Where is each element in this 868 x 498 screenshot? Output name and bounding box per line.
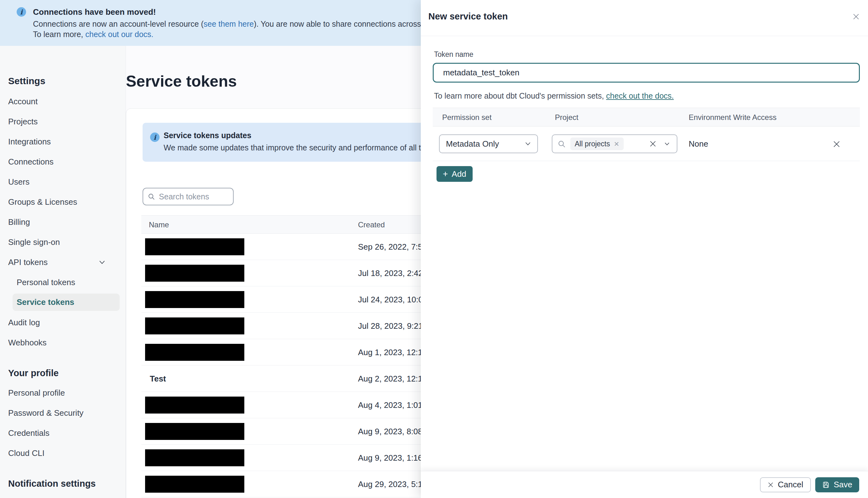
sidebar-item-audit-log[interactable]: Audit log [0, 312, 126, 332]
info-icon: i [17, 7, 26, 17]
permission-set-select[interactable]: Metadata Only [439, 134, 538, 153]
remove-row-icon[interactable] [831, 139, 842, 150]
sidebar-item-integrations[interactable]: Integrations [0, 132, 126, 152]
redacted-token-name [145, 265, 244, 281]
see-them-here-link[interactable]: see them here [203, 19, 254, 28]
banner-line1-pre: Connections are now an account-level res… [33, 19, 203, 28]
sidebar-item-label: Projects [8, 117, 38, 126]
sidebar-item-label: Credentials [8, 428, 50, 438]
sidebar-item-connections[interactable]: Connections [0, 152, 126, 172]
redacted-token-name [145, 396, 244, 414]
chip-remove-icon[interactable]: ✕ [614, 141, 619, 147]
sidebar-item-label: Single sign-on [8, 237, 60, 247]
sidebar-item-label: Cloud CLI [8, 448, 44, 458]
page-title: Service tokens [126, 72, 237, 90]
sidebar-item-users[interactable]: Users [0, 172, 126, 192]
save-icon [822, 481, 830, 488]
sidebar-item-personal-profile[interactable]: Personal profile [0, 383, 126, 403]
sidebar-item-service-tokens[interactable]: Service tokens [13, 293, 120, 311]
search-input[interactable] [159, 192, 228, 201]
plus-icon: + [443, 170, 448, 178]
sidebar-item-projects[interactable]: Projects [0, 112, 126, 132]
redacted-token-name [145, 476, 244, 493]
token-name-label: Token name [434, 50, 473, 59]
permissions-table-header: Permission set Project Environment Write… [433, 108, 860, 127]
search-tokens-box[interactable] [143, 188, 234, 205]
panel-footer: Cancel Save [421, 471, 868, 498]
sidebar-item-label: Billing [8, 217, 30, 227]
sidebar-item-label: Personal tokens [17, 278, 75, 287]
new-service-token-panel: New service token Token name To learn mo… [421, 0, 868, 498]
redacted-token-name [145, 238, 244, 255]
sidebar-item-credentials[interactable]: Credentials [0, 423, 126, 443]
sidebar-item-label: API tokens [8, 258, 48, 267]
save-button-label: Save [834, 480, 852, 489]
sidebar-item-label: Notification settings [8, 479, 96, 488]
panel-header: New service token [421, 0, 868, 36]
column-header-project: Project [555, 108, 578, 127]
docs-line-pre: To learn more about dbt Cloud's permissi… [434, 91, 606, 100]
column-header-created: Created [358, 216, 385, 234]
cancel-button-label: Cancel [778, 480, 803, 489]
combobox-chevron-down-icon[interactable] [660, 142, 672, 146]
close-icon[interactable] [849, 10, 863, 24]
sidebar-item-label: Account [8, 97, 38, 106]
redacted-token-name [145, 423, 244, 440]
sidebar-item-personal-tokens[interactable]: Personal tokens [0, 272, 126, 292]
environment-write-access-value: None [689, 127, 708, 161]
add-button-label: Add [451, 169, 466, 179]
close-icon [767, 482, 774, 488]
sidebar-item-cloud-cli[interactable]: Cloud CLI [0, 443, 126, 463]
chevron-down-icon [525, 142, 531, 146]
token-name-input[interactable] [433, 63, 860, 82]
sidebar-item-label: Integrations [8, 137, 51, 146]
sidebar-item-billing[interactable]: Billing [0, 212, 126, 232]
search-icon [148, 192, 155, 201]
token-name-cell: Test [150, 366, 166, 392]
sidebar-item-label: Personal profile [8, 388, 65, 397]
sidebar-item-webhooks[interactable]: Webhooks [0, 332, 126, 353]
panel-body: Token name To learn more about dbt Cloud… [433, 36, 860, 471]
redacted-token-name [145, 344, 244, 361]
project-combobox[interactable]: All projects ✕ [552, 134, 678, 153]
banner-text-line2: To learn more, check out our docs. [33, 30, 154, 39]
add-button[interactable]: + Add [436, 166, 473, 182]
sidebar-item-label: Webhooks [8, 338, 47, 347]
cancel-button[interactable]: Cancel [760, 477, 811, 492]
sidebar-item-label: Your profile [8, 368, 59, 378]
permission-set-value: Metadata Only [446, 139, 525, 149]
column-header-permission-set: Permission set [442, 108, 491, 127]
banner-title: Connections have been moved! [33, 7, 156, 17]
search-icon [557, 140, 566, 148]
sidebar-item-api-tokens[interactable]: API tokens [0, 252, 126, 272]
info-icon: i [150, 132, 159, 142]
banner-line2-pre: To learn more, [33, 30, 86, 39]
save-button[interactable]: Save [815, 477, 859, 492]
sidebar-item-label: Groups & Licenses [8, 197, 77, 207]
sidebar-item-single-sign-on[interactable]: Single sign-on [0, 232, 126, 252]
sidebar-item-label: Password & Security [8, 408, 83, 418]
sidebar-item-label: Connections [8, 157, 54, 167]
check-out-our-docs-link[interactable]: check out our docs. [86, 30, 154, 39]
permission-row: Metadata Only All projects ✕ None [433, 127, 860, 161]
page: { "banner": { "title": "Connections have… [0, 0, 868, 498]
sidebar-heading-notification-settings: Notification settings [0, 474, 126, 493]
sidebar-item-groups-licenses[interactable]: Groups & Licenses [0, 192, 126, 212]
column-header-name: Name [149, 216, 169, 234]
infobox-title: Service tokens updates [163, 131, 251, 140]
sidebar-item-label: Users [8, 177, 29, 186]
sidebar-item-password-security[interactable]: Password & Security [0, 403, 126, 423]
sidebar-item-label: Service tokens [17, 297, 75, 307]
project-chip-label: All projects [575, 140, 610, 148]
settings-sidebar: Settings AccountProjectsIntegrationsConn… [0, 46, 126, 498]
sidebar-item-account[interactable]: Account [0, 91, 126, 112]
panel-title: New service token [428, 11, 508, 22]
sidebar-nav-list: AccountProjectsIntegrationsConnectionsUs… [0, 91, 126, 493]
chevron-down-icon [98, 260, 106, 264]
sidebar-title: Settings [8, 76, 126, 86]
sidebar-heading-your-profile: Your profile [0, 363, 126, 383]
redacted-token-name [145, 449, 244, 466]
check-out-the-docs-link[interactable]: check out the docs. [606, 91, 674, 100]
column-header-environment-write-access: Environment Write Access [689, 108, 777, 127]
combobox-clear-icon[interactable] [646, 140, 660, 147]
